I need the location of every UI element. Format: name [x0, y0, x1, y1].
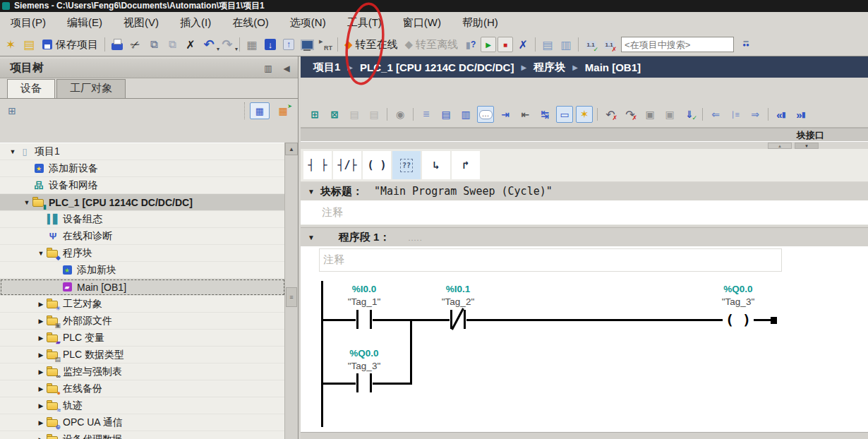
- project-search-icon[interactable]: [737, 36, 754, 53]
- network-comment-box[interactable]: 注释: [319, 248, 782, 272]
- reset-start-icon[interactable]: [392, 106, 409, 123]
- next-bookmark-icon[interactable]: [792, 106, 809, 123]
- insert-network-icon[interactable]: [306, 106, 323, 123]
- collapse-block-title-icon[interactable]: ▼: [308, 188, 315, 196]
- cut-icon[interactable]: [127, 36, 144, 53]
- delete-row-icon[interactable]: [366, 106, 382, 123]
- operand-tag[interactable]: "Tag_3": [699, 296, 777, 307]
- favorite-empty-box[interactable]: ??: [392, 151, 421, 179]
- goto-def-icon[interactable]: [727, 106, 744, 123]
- branch-contact-tag3[interactable]: [356, 373, 373, 392]
- absolute-operands-icon[interactable]: [497, 106, 514, 123]
- expander-icon[interactable]: ▼: [21, 199, 32, 206]
- tab-devices[interactable]: 设备: [7, 79, 55, 98]
- expander-icon[interactable]: ▶: [35, 385, 47, 392]
- split-vertical-icon[interactable]: [557, 36, 574, 53]
- menu-window[interactable]: 窗口(W): [392, 16, 452, 30]
- tab-plant-objects[interactable]: 工厂对象: [56, 79, 126, 98]
- network-1-bar[interactable]: ▼ 程序段 1： .....: [301, 227, 868, 248]
- menu-edit[interactable]: 编辑(E): [56, 16, 113, 30]
- tree-item-external-sources[interactable]: ▶▣外部源文件: [0, 313, 285, 330]
- tree-item-devices-networks[interactable]: 品设备和网络: [0, 177, 285, 194]
- tree-item-device-proxy[interactable]: ▶▦设备代理数据: [0, 431, 285, 439]
- undo-icon[interactable]: [200, 36, 217, 53]
- delete-layout-icon[interactable]: [601, 36, 617, 53]
- expand-interface-handle[interactable]: ▼: [795, 143, 819, 149]
- tree-item-plc1[interactable]: ▼▮PLC_1 [CPU 1214C DC/DC/DC]: [0, 194, 285, 211]
- tree-item-main-ob1[interactable]: ▰Main [OB1]: [0, 279, 285, 296]
- symbolic-operands-icon[interactable]: [517, 106, 534, 123]
- insert-row-icon[interactable]: [346, 106, 363, 123]
- stop-cpu-icon[interactable]: [498, 37, 513, 52]
- menu-project[interactable]: 项目(P): [0, 16, 56, 30]
- delete-network-icon[interactable]: [326, 106, 343, 123]
- expander-icon[interactable]: ▼: [7, 148, 18, 155]
- collapse-interface-handle[interactable]: ▲: [768, 143, 792, 149]
- open-networks-icon[interactable]: [457, 106, 474, 123]
- favorite-open-branch[interactable]: ↳: [422, 151, 450, 179]
- operand-display-icon[interactable]: [536, 106, 553, 123]
- cross-reference-icon[interactable]: [514, 36, 531, 53]
- block-comment-row[interactable]: 注释: [301, 200, 868, 225]
- save-layout-icon[interactable]: [582, 36, 599, 53]
- scrollbar-grip[interactable]: ≡: [286, 287, 297, 307]
- collapse-network-icon[interactable]: ▼: [308, 234, 315, 241]
- tree-scrollbar[interactable]: ▲ ≡: [284, 143, 298, 439]
- goto-next-icon[interactable]: [747, 106, 764, 123]
- operand-address[interactable]: %Q0.0: [325, 348, 403, 359]
- favorite-coil[interactable]: ( ): [363, 151, 391, 179]
- paste-icon[interactable]: [164, 36, 181, 53]
- contact-tag2[interactable]: [450, 310, 466, 329]
- contact-tag1[interactable]: [356, 310, 373, 329]
- compile-icon[interactable]: [681, 106, 698, 123]
- operand-address[interactable]: %Q0.0: [699, 284, 777, 294]
- block-title-value[interactable]: "Main Program Sweep (Cycle)": [374, 185, 553, 198]
- open-project-icon[interactable]: [20, 36, 37, 53]
- menu-insert[interactable]: 插入(I): [169, 16, 222, 30]
- favorite-open-contact[interactable]: ┤ ├: [303, 151, 332, 179]
- toggle-comments-icon[interactable]: [477, 106, 494, 123]
- operand-tag[interactable]: "Tag_3": [325, 361, 403, 371]
- menu-help[interactable]: 帮助(H): [452, 16, 509, 30]
- upload-from-device-icon[interactable]: [280, 36, 297, 53]
- prev-bookmark-icon[interactable]: [773, 106, 790, 123]
- expander-icon[interactable]: ▶: [35, 436, 47, 439]
- tree-item-watch-tables[interactable]: ▶∞监控与强制表: [0, 363, 285, 380]
- expander-icon[interactable]: ▶: [35, 318, 47, 325]
- breadcrumb-plc[interactable]: PLC_1 [CPU 1214C DC/DC/DC]: [360, 61, 514, 73]
- tree-view-icon[interactable]: [4, 104, 20, 118]
- load-memory-card-icon[interactable]: [243, 36, 260, 53]
- go-online-button[interactable]: ◆转至在线: [341, 38, 402, 52]
- operand-address[interactable]: %I0.0: [325, 284, 403, 294]
- expand-networks-icon[interactable]: [418, 106, 435, 123]
- expander-icon[interactable]: ▶: [35, 368, 47, 375]
- menu-tools[interactable]: 工具(T): [337, 16, 392, 30]
- previous-error-icon[interactable]: [602, 106, 619, 123]
- table-view-icon[interactable]: [274, 103, 292, 119]
- tree-item-online-diagnostics[interactable]: Ψ在线和诊断: [0, 228, 285, 245]
- favorite-closed-contact[interactable]: ┤/├: [333, 151, 361, 179]
- menu-options[interactable]: 选项(N): [279, 16, 337, 30]
- search-input[interactable]: [621, 37, 734, 52]
- operand-tag[interactable]: "Tag_2": [419, 296, 497, 307]
- tree-item-traces[interactable]: ▶≈轨迹: [0, 397, 285, 414]
- redo-icon[interactable]: [219, 36, 236, 53]
- split-horizontal-icon[interactable]: [539, 36, 556, 53]
- ladder-canvas[interactable]: %I0.0 "Tag_1" %I0.1 "Tag_2" %Q0.0 "Tag_3…: [301, 274, 868, 432]
- operand-tag[interactable]: "Tag_1": [325, 296, 403, 307]
- breadcrumb-program-blocks[interactable]: 程序块: [534, 61, 565, 74]
- details-view-icon[interactable]: [250, 102, 270, 119]
- tree-item-online-backups[interactable]: ▶●在线备份: [0, 380, 285, 397]
- tree-item-tech-objects[interactable]: ▶✳工艺对象: [0, 296, 285, 313]
- update-call-icon[interactable]: [641, 106, 658, 123]
- next-error-icon[interactable]: [622, 106, 639, 123]
- coil-tag3[interactable]: [723, 309, 754, 330]
- block-interface-bar[interactable]: 块接口: [301, 128, 868, 142]
- download-to-device-icon[interactable]: [262, 36, 279, 53]
- start-simulation-icon[interactable]: [299, 36, 315, 53]
- scroll-up-button[interactable]: ▲: [285, 143, 298, 155]
- tree-item-opc-ua[interactable]: ▶⊕OPC UA 通信: [0, 414, 285, 431]
- expander-icon[interactable]: ▶: [35, 419, 47, 426]
- network-title-icon[interactable]: [556, 106, 573, 123]
- tree-item-device-config[interactable]: ▍▋设备组态: [0, 211, 285, 228]
